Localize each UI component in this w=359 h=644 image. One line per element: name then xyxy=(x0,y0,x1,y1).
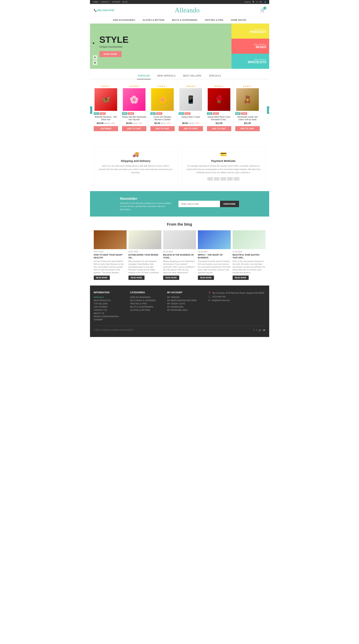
footer-information: INFORMATION SPECIALS NEW PRODUCTS TOP SE… xyxy=(94,291,119,322)
tab-popular[interactable]: POPULAR xyxy=(137,72,151,79)
product-name-3: Galaxy Note 3 Case xyxy=(179,116,203,121)
currency-selector[interactable]: $ xyxy=(257,1,258,3)
nav-home-decor[interactable]: HOME DECOR xyxy=(227,16,250,23)
bracelets-label: New arrivals xyxy=(254,58,266,60)
product-price-0: $24.00 $30.00 -20% xyxy=(94,122,118,124)
footer-link-contact-us[interactable]: CONTACT US xyxy=(94,309,119,311)
footer-cat-keychains[interactable]: KEYCHAINS & LANYARDS xyxy=(130,299,156,302)
footer-link-sitemap[interactable]: SITEMAP xyxy=(94,318,119,321)
site-logo[interactable]: Alleando xyxy=(175,6,200,14)
product-image-4: 🌹 xyxy=(208,88,230,111)
nav-patches[interactable]: PATCHES & PINS xyxy=(201,16,227,23)
product-name-5: Handmade suede and cotton soft toy lamb xyxy=(235,116,260,121)
footer-cat-hair[interactable]: HAIR ACCESSORIES xyxy=(130,296,156,298)
hero-side-beads[interactable]: New arrivals BEADS xyxy=(231,39,269,54)
read-more-button-4[interactable]: READ MORE xyxy=(233,276,249,280)
nav-hair-accessories[interactable]: HAIR ACCESSORIES xyxy=(109,16,139,23)
payment-card-icons xyxy=(186,177,260,180)
footer-link-top-sellers[interactable]: TOP SELLERS xyxy=(94,302,119,305)
language-selector[interactable]: EN xyxy=(260,1,262,3)
blog-post-title-4: BEAUTIFUL RUMI QUOTES THAT ARE... xyxy=(233,254,265,259)
carousel-prev[interactable]: ❮ xyxy=(90,106,92,114)
add-to-cart-button-4[interactable]: ADD TO CART xyxy=(207,126,231,131)
nav-blog[interactable]: BLOG xyxy=(122,1,128,3)
add-to-cart-button-2[interactable]: ADD TO CART xyxy=(150,126,175,131)
footer-cat-gloves[interactable]: GLOVES & MITTENS xyxy=(130,309,156,311)
read-more-button-3[interactable]: READ MORE xyxy=(198,276,214,280)
footer-cat-belts[interactable]: BELTS & SUSPENDERS xyxy=(130,306,156,308)
tab-new-arrivals[interactable]: NEW ARRIVALS xyxy=(156,72,177,79)
footer-phone: 📞 0123-456-789 xyxy=(208,295,265,299)
wishlist-icon-1[interactable]: ♡ xyxy=(122,132,146,135)
add-to-cart-button-5[interactable]: ADD TO CART xyxy=(235,126,260,131)
cart-button[interactable]: 🛒 0 xyxy=(260,8,265,13)
search-icon[interactable]: 🔍 xyxy=(252,1,255,3)
price-discount-3: -20% xyxy=(195,122,199,124)
product-card-5: ★★★★☆ 🧸 NEW SALE Handmade suede and cott… xyxy=(233,83,262,137)
twitter-icon[interactable]: t xyxy=(256,328,257,331)
badge-new-2: NEW xyxy=(150,112,156,115)
price-discount-1: -20% xyxy=(138,122,142,124)
hero-side-pendants[interactable]: New arrivals PENDANTS xyxy=(231,24,269,39)
subscribe-button[interactable]: SUBSCRIBE xyxy=(220,201,239,207)
discover-icon xyxy=(234,177,239,180)
shipping-text: Here you can read some details about a n… xyxy=(99,164,173,174)
tab-specials[interactable]: SPECIALS xyxy=(208,72,222,79)
nav-home[interactable]: HOME xyxy=(93,1,99,3)
read-more-button-0[interactable]: READ MORE xyxy=(94,276,110,280)
product-card-3: ★★★★★ 📱 NEW SALE Galaxy Note 3 Case $8.0… xyxy=(177,83,205,137)
top-bar-right: Search 🔍 $ EN 👤 xyxy=(244,1,266,3)
hero-side-bracelets[interactable]: New arrivals BRACELETS xyxy=(231,54,269,69)
footer-info-title: INFORMATION xyxy=(94,291,119,294)
footer-link-returns[interactable]: MY MERCHANDISE RETURNS xyxy=(167,299,197,302)
footer-link-orders[interactable]: MY ORDERS xyxy=(167,296,197,298)
read-more-button-1[interactable]: READ MORE xyxy=(129,276,145,280)
footer-link-new-products[interactable]: NEW PRODUCTS xyxy=(94,299,119,302)
product-stars-1: ★★★★★ xyxy=(122,85,146,88)
wishlist-icon-5[interactable]: ♡ xyxy=(235,132,260,135)
product-stars-3: ★★★★★ xyxy=(179,85,203,88)
phone-text: 0123-456-789 xyxy=(213,296,226,298)
price-current-0: $24.00 xyxy=(97,122,104,124)
nav-gloves[interactable]: GLOVES & MITTENS xyxy=(139,16,168,23)
googleplus-icon[interactable]: g+ xyxy=(259,328,262,331)
footer-link-specials[interactable]: SPECIALS xyxy=(94,296,119,298)
nav-contact[interactable]: CONTACT xyxy=(101,1,110,3)
read-more-button-2[interactable]: READ MORE xyxy=(163,276,179,280)
product-price-2: $2.40 $3.00 -20% xyxy=(150,122,175,124)
footer-link-about-us[interactable]: ABOUT US xyxy=(94,312,119,314)
newsletter-email-input[interactable] xyxy=(178,201,220,207)
add-to-cart-button-1[interactable]: ADD TO CART xyxy=(122,126,146,131)
add-to-cart-button-3[interactable]: ADD TO CART xyxy=(179,126,203,131)
address-text: My Company, 4578 Marmora Road, Glasgow D… xyxy=(213,292,264,294)
product-carousel-wrapper: ❮ ★★★★☆ 🦋 NEW SALE Butterfly Necklace - … xyxy=(90,83,269,137)
product-card-4: ★★★★☆ 🌹 NEW SALE Handcrafted Resin Color… xyxy=(205,83,233,137)
youtube-icon[interactable]: ▶ xyxy=(263,328,265,331)
nav-sitemap[interactable]: SITEMAP xyxy=(112,1,120,3)
footer-cat-patches[interactable]: PATCHES & PINS xyxy=(130,302,156,305)
nav-belts[interactable]: BELTS & SUSPENDERS xyxy=(168,16,201,23)
email-text: info@demo.link.org xyxy=(212,299,230,301)
address-icon: 📍 xyxy=(208,292,211,294)
shop-now-button[interactable]: SHOP NOW! xyxy=(99,51,122,57)
product-price-4: $12.00 xyxy=(207,122,231,124)
price-old-0: $30.00 xyxy=(104,122,110,124)
user-icon[interactable]: 👤 xyxy=(264,1,266,3)
customize-button-0[interactable]: CUSTOMIZE xyxy=(94,126,118,131)
badge-new-0: NEW xyxy=(94,112,99,115)
wishlist-icon-0[interactable]: ♡ xyxy=(94,132,118,135)
blog-image-1 xyxy=(129,230,161,249)
carousel-next[interactable]: ❯ xyxy=(267,106,269,114)
footer-link-our-stores[interactable]: OUR STORES xyxy=(94,306,119,308)
footer-link-credit-slips[interactable]: MY CREDIT SLIPS xyxy=(167,302,197,305)
wishlist-icon-4[interactable]: ♡ xyxy=(207,132,231,135)
footer-link-addresses[interactable]: MY ADDRESSES xyxy=(167,306,197,308)
blog-date-0: 26-07-2016 xyxy=(94,251,127,253)
footer-link-pages-config[interactable]: PAGES CONFIGURATION xyxy=(94,315,119,318)
wishlist-icon-3[interactable]: ♡ xyxy=(179,132,203,135)
footer-link-personal-info[interactable]: MY PERSONAL INFO xyxy=(167,309,197,311)
facebook-icon[interactable]: f xyxy=(253,328,254,331)
wishlist-icon-2[interactable]: ♡ xyxy=(150,132,175,135)
payment-icon: 💳 xyxy=(186,151,260,157)
tab-best-sellers[interactable]: BEST SELLERS xyxy=(182,72,202,79)
